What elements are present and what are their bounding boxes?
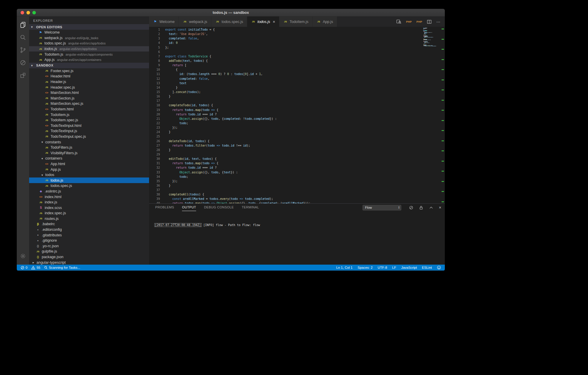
file-item[interactable]: JSVisibilityFilters.js xyxy=(29,150,149,156)
file-item[interactable]: JSHeader.spec.js xyxy=(29,84,149,90)
line-number: 25 xyxy=(149,134,160,139)
file-name: App.js xyxy=(51,167,61,172)
file-item[interactable]: <>App.html xyxy=(29,161,149,167)
panel-tab-debug-console[interactable]: DEBUG CONSOLE xyxy=(204,204,234,211)
open-editor-item[interactable]: JStodos.spec.jsangular-es6/src/app/todos xyxy=(29,41,149,46)
problems-errors[interactable]: 0 xyxy=(21,266,27,270)
minimize-window-button[interactable] xyxy=(26,11,30,14)
editor-tab-welcome[interactable]: ⚑Welcome xyxy=(149,16,179,27)
file-item[interactable]: JSMainSection.spec.js xyxy=(29,101,149,107)
file-item[interactable]: JSTodoTextInput.spec.js xyxy=(29,134,149,140)
open-editors-header[interactable]: ▾ OPEN EDITORS xyxy=(29,24,149,30)
file-item[interactable]: ●.gitattributes xyxy=(29,232,149,238)
open-editor-item[interactable]: JSwebpack.jsangular-es6/gulp_tasks xyxy=(29,35,149,41)
file-item[interactable]: JSTodoTextInput.js xyxy=(29,128,149,134)
minimap[interactable] xyxy=(423,27,441,203)
warning-count: 55 xyxy=(36,266,40,269)
file-item[interactable]: JStodos.js xyxy=(29,177,149,183)
activity-search-button[interactable] xyxy=(17,31,29,44)
editor-action-split-editor[interactable] xyxy=(427,19,432,24)
file-item[interactable]: JSApp.js xyxy=(29,167,149,172)
file-item[interactable]: ●.editorconfig xyxy=(29,227,149,233)
activity-bar-top xyxy=(17,18,29,82)
file-item[interactable]: <>MainSection.html xyxy=(29,90,149,96)
file-item[interactable]: JSTodoItem.spec.js xyxy=(29,117,149,123)
panel-tab-problems[interactable]: PROBLEMS xyxy=(155,204,174,211)
code-editor[interactable]: 1234567891011121314151617181920212223242… xyxy=(149,27,445,203)
code-content[interactable]: export const initialTodo = { text: 'Use … xyxy=(165,27,423,203)
file-item[interactable]: JSTodoItem.js xyxy=(29,112,149,117)
output-console[interactable]: [2017-07-27T20:08:48.194Z] [INFO] flow -… xyxy=(149,211,445,265)
file-item[interactable]: JSTodoFilters.js xyxy=(29,145,149,150)
file-item[interactable]: β.babelrc xyxy=(29,221,149,227)
editor-tab-todoitem-js[interactable]: JSTodoItem.js xyxy=(279,16,313,27)
file-item[interactable]: {}.yo-rc.json xyxy=(29,243,149,249)
file-item[interactable]: {}package.json xyxy=(29,254,149,260)
file-item[interactable]: Sindex.scss xyxy=(29,205,149,210)
settings-button[interactable] xyxy=(17,250,29,262)
file-item[interactable]: JSindex.spec.js xyxy=(29,210,149,216)
js-file-icon: JS xyxy=(283,20,288,23)
file-item[interactable]: JSindex.js xyxy=(29,200,149,205)
extensions-icon xyxy=(19,72,26,79)
close-tab-icon[interactable]: × xyxy=(273,20,275,24)
file-item[interactable]: ●.gitignore xyxy=(29,238,149,243)
status-encoding[interactable]: UTF-8 xyxy=(377,266,387,269)
open-preview-icon xyxy=(396,19,401,24)
file-item[interactable]: JSHeader.js xyxy=(29,79,149,85)
tasks-progress[interactable]: Scanning for Tasks... xyxy=(44,266,80,269)
file-item[interactable]: <>TodoTextInput.html xyxy=(29,123,149,129)
editor-tab-todos-spec-js[interactable]: JStodos.spec.js xyxy=(211,16,247,27)
panel-tab-terminal[interactable]: TERMINAL xyxy=(242,204,259,211)
open-editor-item[interactable]: JSApp.jsangular-es6/src/app/containers xyxy=(29,57,149,63)
editor-tab-app-js[interactable]: JSApp.js xyxy=(313,16,337,27)
status-language-mode[interactable]: JavaScript xyxy=(401,266,417,269)
file-item[interactable]: JStodos.spec.js xyxy=(29,183,149,189)
open-editor-item[interactable]: JSTodoItem.jsangular-es6/src/app/compone… xyxy=(29,52,149,57)
file-item[interactable]: ◆.eslintrc.js xyxy=(29,189,149,194)
open-editor-item[interactable]: ⚑Welcome xyxy=(29,30,149,35)
file-name: .editorconfig xyxy=(42,228,62,232)
status-cursor-position[interactable]: Ln 1, Col 1 xyxy=(336,266,353,269)
file-item[interactable]: JSMainSection.js xyxy=(29,96,149,101)
line-number: 1 xyxy=(149,27,160,32)
zoom-window-button[interactable] xyxy=(32,11,36,14)
open-editor-item[interactable]: JStodos.jsangular-es6/src/app/todos xyxy=(29,46,149,52)
file-item[interactable]: JSgulpfile.js xyxy=(29,249,149,254)
activity-explorer-button[interactable] xyxy=(17,18,29,31)
panel-action-close-panel[interactable]: × xyxy=(439,205,441,210)
file-item[interactable]: <>index.html xyxy=(29,194,149,200)
activity-source-control-button[interactable] xyxy=(17,44,29,56)
close-window-button[interactable] xyxy=(21,11,24,14)
folder-item[interactable]: ▾containers xyxy=(29,156,149,161)
overview-ruler[interactable] xyxy=(441,27,445,203)
sandbox-section-header[interactable]: ▾ SANDBOX xyxy=(29,63,149,68)
editor-action-more-actions[interactable]: ⋯ xyxy=(436,19,440,24)
folder-item[interactable]: ▾todos xyxy=(29,172,149,178)
editor-action-open-preview[interactable] xyxy=(396,19,401,24)
status-indentation[interactable]: Spaces: 2 xyxy=(358,266,372,269)
activity-extensions-button[interactable] xyxy=(17,69,29,82)
panel-action-scroll-lock[interactable] xyxy=(419,205,423,210)
file-item[interactable]: JSroutes.js xyxy=(29,216,149,222)
editor-tab-webpack-js[interactable]: JSwebpack.js xyxy=(179,16,211,27)
folder-item[interactable]: ▾constants xyxy=(29,139,149,145)
editor-action-php-action-1[interactable]: PHP xyxy=(406,20,412,23)
editor-tab-todos-js[interactable]: JStodos.js× xyxy=(247,16,279,27)
panel-action-maximize-panel[interactable] xyxy=(429,205,433,210)
file-item[interactable]: JSFooter.spec.js xyxy=(29,68,149,74)
panel-tab-output[interactable]: OUTPUT xyxy=(182,204,196,211)
status-eslint-status[interactable]: ESLint xyxy=(422,266,432,269)
panel-action-clear-output[interactable] xyxy=(409,205,413,210)
file-item[interactable]: <>TodoItem.html xyxy=(29,107,149,112)
editor-action-php-action-2[interactable]: PHP xyxy=(417,20,422,23)
output-channel-select[interactable]: Flow ▲▼ xyxy=(363,205,401,210)
problems-warnings[interactable]: 55 xyxy=(31,266,40,270)
status-eol[interactable]: LF xyxy=(392,266,396,269)
feedback-smiley-icon[interactable] xyxy=(437,266,441,270)
js-file-icon: JS xyxy=(44,135,49,138)
file-item[interactable]: <>Header.html xyxy=(29,74,149,79)
titlebar[interactable]: todos.js — sandbox xyxy=(17,9,445,16)
folder-item[interactable]: ▸angular-typescript xyxy=(29,260,149,265)
activity-debug-button[interactable] xyxy=(17,56,29,69)
